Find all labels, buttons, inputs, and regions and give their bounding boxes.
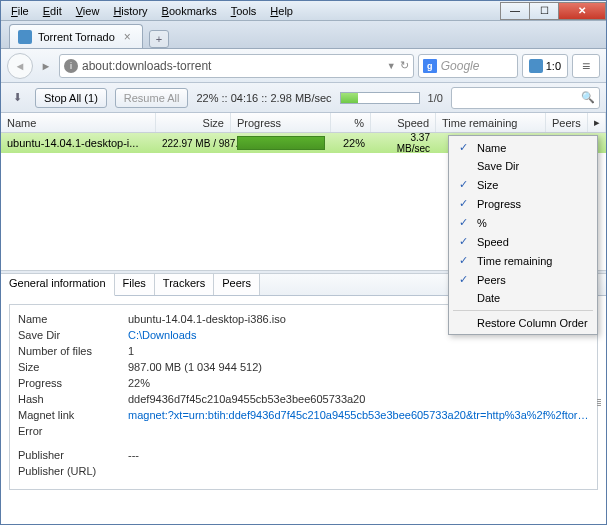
cm-item-save-dir[interactable]: Save Dir [451,157,595,175]
col-time-remaining[interactable]: Time remaining [436,113,546,132]
tab-favicon-icon [18,30,32,44]
minimize-button[interactable]: — [500,2,530,20]
menu-bookmarks[interactable]: Bookmarks [156,4,223,18]
tab-close-icon[interactable]: × [121,30,134,44]
menu-edit[interactable]: Edit [37,4,68,18]
label-progress: Progress [18,377,128,389]
label-name: Name [18,313,128,325]
add-torrent-icon[interactable]: ⬇ [7,88,27,108]
col-name[interactable]: Name [1,113,156,132]
value-publisher: --- [128,449,589,461]
cell-size: 222.97 MB / 987.00 MB [156,138,231,149]
menubar: File Edit View History Bookmarks Tools H… [1,2,501,20]
col-speed[interactable]: Speed [371,113,436,132]
check-icon: ✓ [455,273,471,286]
cm-label: Date [477,292,500,304]
tab-general[interactable]: General information [1,274,115,296]
column-context-menu: ✓NameSave Dir✓Size✓Progress✓%✓Speed✓Time… [448,135,598,335]
value-size: 987.00 MB (1 034 944 512) [128,361,589,373]
value-publisher-url [128,465,589,477]
window-controls: — ☐ ✕ [501,2,606,20]
label-magnet: Magnet link [18,409,128,421]
cm-label: Save Dir [477,160,519,172]
col-size[interactable]: Size [156,113,231,132]
tab-trackers[interactable]: Trackers [155,274,214,295]
maximize-button[interactable]: ☐ [529,2,559,20]
url-text: about:downloads-torrent [82,59,383,73]
menu-history[interactable]: History [107,4,153,18]
cm-label: Size [477,179,498,191]
cm-item-%[interactable]: ✓% [451,213,595,232]
check-icon: ✓ [455,141,471,154]
search-placeholder: Google [441,59,480,73]
url-bar[interactable]: i about:downloads-torrent ▼ ↻ [59,54,414,78]
search-box[interactable]: g Google [418,54,518,78]
col-percent[interactable]: % [331,113,371,132]
cell-name: ubuntu-14.04.1-desktop-i... [1,137,156,149]
cm-item-progress[interactable]: ✓Progress [451,194,595,213]
menu-file[interactable]: File [5,4,35,18]
cell-progress [231,134,331,152]
identity-icon: i [64,59,78,73]
value-magnet[interactable]: magnet:?xt=urn:btih:ddef9436d7f45c210a94… [128,409,589,421]
hamburger-menu[interactable]: ≡ [572,54,600,78]
cm-label: Speed [477,236,509,248]
cm-item-name[interactable]: ✓Name [451,138,595,157]
cm-label: Restore Column Order [477,317,588,329]
s3-counter[interactable]: 1:0 [522,54,568,78]
cm-item-peers[interactable]: ✓Peers [451,270,595,289]
forward-button[interactable]: ► [37,55,55,77]
column-options-icon[interactable]: ▸ [588,113,606,132]
s3-count: 1:0 [546,60,561,72]
value-progress: 22% [128,377,589,389]
reload-icon[interactable]: ↻ [400,59,409,72]
value-hash: ddef9436d7f45c210a9455cb53e3bee605733a20 [128,393,589,405]
cm-restore-order[interactable]: Restore Column Order [451,314,595,332]
menu-tools[interactable]: Tools [225,4,263,18]
col-progress[interactable]: Progress [231,113,331,132]
google-icon: g [423,59,437,73]
cm-label: % [477,217,487,229]
titlebar: File Edit View History Bookmarks Tools H… [1,1,606,21]
value-error [128,425,589,437]
s3-icon [529,59,543,73]
check-icon: ✓ [455,216,471,229]
cm-item-speed[interactable]: ✓Speed [451,232,595,251]
value-num-files: 1 [128,345,589,357]
check-icon: ✓ [455,197,471,210]
close-button[interactable]: ✕ [558,2,606,20]
cm-item-time-remaining[interactable]: ✓Time remaining [451,251,595,270]
back-button[interactable]: ◄ [7,53,33,79]
col-peers[interactable]: Peers [546,113,588,132]
tab-files[interactable]: Files [115,274,155,295]
global-progress-bar [340,92,420,104]
torrent-toolbar: ⬇ Stop All (1) Resume All 22% :: 04:16 :… [1,83,606,113]
cm-item-date[interactable]: Date [451,289,595,307]
check-icon: ✓ [455,235,471,248]
cm-item-size[interactable]: ✓Size [451,175,595,194]
url-dropdown-icon[interactable]: ▼ [387,61,396,71]
tab-peers[interactable]: Peers [214,274,260,295]
label-publisher-url: Publisher (URL) [18,465,128,477]
label-num-files: Number of files [18,345,128,357]
label-publisher: Publisher [18,449,128,461]
nav-toolbar: ◄ ► i about:downloads-torrent ▼ ↻ g Goog… [1,49,606,83]
cm-label: Progress [477,198,521,210]
column-headers: Name Size Progress % Speed Time remainin… [1,113,606,133]
stop-all-button[interactable]: Stop All (1) [35,88,107,108]
cm-label: Time remaining [477,255,552,267]
cell-percent: 22% [331,137,371,149]
cm-label: Peers [477,274,506,286]
resume-all-button[interactable]: Resume All [115,88,189,108]
search-icon: 🔍 [581,91,595,104]
menu-help[interactable]: Help [264,4,299,18]
check-icon: ✓ [455,178,471,191]
cm-label: Name [477,142,506,154]
resize-grip-icon[interactable] [597,399,603,419]
tab-title: Torrent Tornado [38,31,115,43]
filter-box[interactable]: 🔍 [451,87,600,109]
new-tab-button[interactable]: + [149,30,169,48]
menu-view[interactable]: View [70,4,106,18]
tab-torrent-tornado[interactable]: Torrent Tornado × [9,24,143,48]
global-ratio: 1/0 [428,92,443,104]
